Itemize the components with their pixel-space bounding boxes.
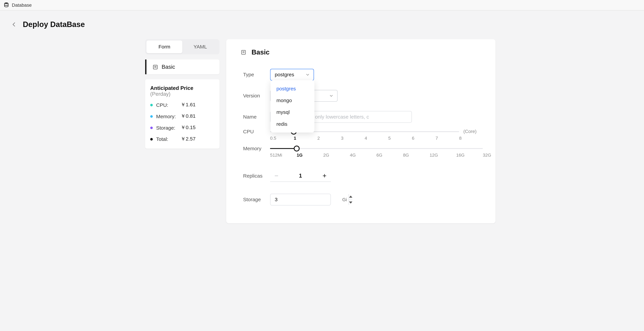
type-select[interactable]: postgres postgres mongo mysql redis xyxy=(270,69,314,80)
sidebar: Form YAML Basic Anticipated Price (Perda… xyxy=(145,39,220,148)
replicas-decrement[interactable]: − xyxy=(270,172,282,180)
replicas-stepper: − 1 + xyxy=(270,170,331,182)
type-option-redis[interactable]: redis xyxy=(270,118,314,130)
price-title: Anticipated Price xyxy=(150,85,193,91)
page-title: Deploy DataBase xyxy=(23,20,85,29)
tab-yaml[interactable]: YAML xyxy=(182,40,218,53)
memory-slider[interactable]: 512Mi 1G 2G 4G 6G 8G 12G 16G 32G xyxy=(270,146,483,157)
nav-card: Basic xyxy=(145,60,220,74)
price-subtitle: (Perday) xyxy=(150,91,170,97)
label-storage: Storage xyxy=(243,197,270,202)
price-row-storage: Storage: ￥0.15 xyxy=(150,124,214,131)
section-title: Basic xyxy=(252,48,270,56)
view-tabs: Form YAML xyxy=(145,39,220,54)
svg-point-0 xyxy=(4,2,8,4)
price-row-total: Total: ￥2.57 xyxy=(150,136,214,143)
type-select-value: postgres xyxy=(275,72,294,78)
tab-form[interactable]: Form xyxy=(146,40,182,53)
price-row-cpu: CPU: ￥1.61 xyxy=(150,101,214,108)
cpu-unit: (Core) xyxy=(464,128,476,134)
replicas-value: 1 xyxy=(283,172,318,179)
main-card: Basic Type postgres postgres mongo mysql… xyxy=(226,39,496,223)
storage-increment[interactable] xyxy=(349,194,352,199)
price-dot xyxy=(150,126,153,129)
label-type: Type xyxy=(243,72,270,78)
price-dot xyxy=(150,104,153,106)
label-memory: Memory xyxy=(243,146,270,152)
memory-slider-thumb[interactable] xyxy=(294,146,300,152)
chevron-down-icon xyxy=(329,93,334,98)
price-card: Anticipated Price (Perday) CPU: ￥1.61 Me… xyxy=(145,79,220,148)
nav-item-basic[interactable]: Basic xyxy=(145,60,220,74)
label-cpu: CPU xyxy=(243,128,270,134)
type-dropdown: postgres mongo mysql redis xyxy=(270,80,314,132)
titlebar-title: Database xyxy=(12,2,32,8)
storage-field: Gi xyxy=(270,194,331,206)
storage-unit: Gi xyxy=(342,197,349,202)
titlebar: Database ― ❐ ✕ xyxy=(0,0,644,10)
label-version: Version xyxy=(243,93,270,99)
price-dot xyxy=(150,138,153,140)
back-button[interactable] xyxy=(10,20,18,28)
type-option-mongo[interactable]: mongo xyxy=(270,94,314,106)
nav-item-label: Basic xyxy=(162,64,175,70)
topbar: Deploy DataBase Export Yaml Deploy xyxy=(10,17,644,32)
section-header: Basic xyxy=(240,48,483,56)
label-replicas: Replicas xyxy=(243,173,270,179)
svg-rect-1 xyxy=(153,65,157,69)
storage-input[interactable] xyxy=(270,197,342,202)
type-option-postgres[interactable]: postgres xyxy=(270,83,314,94)
type-option-mysql[interactable]: mysql xyxy=(270,106,314,118)
label-name: Name xyxy=(243,114,270,120)
storage-decrement[interactable] xyxy=(349,199,352,205)
chevron-down-icon xyxy=(305,72,310,77)
database-app-icon xyxy=(3,2,9,8)
price-dot xyxy=(150,115,153,118)
replicas-increment[interactable]: + xyxy=(318,172,331,180)
price-row-memory: Memory: ￥0.81 xyxy=(150,113,214,120)
